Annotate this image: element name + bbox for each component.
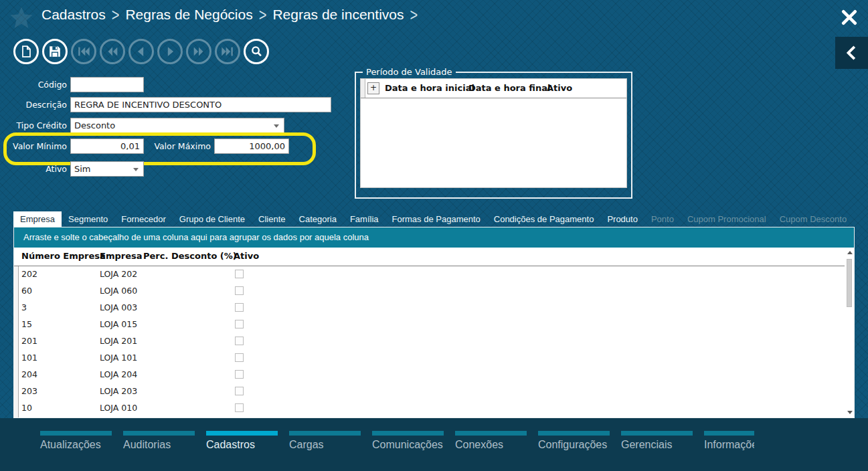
fast-forward-icon xyxy=(191,44,206,59)
table-row[interactable]: 15LOJA 015 xyxy=(14,316,845,333)
tab-bins-de-cartoes: BINs de cartões xyxy=(853,211,855,227)
table-row[interactable]: 60LOJA 060 xyxy=(14,282,845,299)
breadcrumb-item[interactable]: Regras de Negócios xyxy=(125,7,252,23)
column-header-numero-empresa[interactable]: Número Empresa xyxy=(21,251,106,261)
next-record-button[interactable] xyxy=(157,39,183,64)
previous-icon xyxy=(134,44,149,59)
table-row[interactable]: 101LOJA 101 xyxy=(14,349,845,366)
bottom-nav-atualizacoes[interactable]: Atualizações xyxy=(40,431,112,451)
add-period-button[interactable]: + xyxy=(367,82,379,94)
tab-condicoes-de-pagamento[interactable]: Condições de Pagamento xyxy=(487,211,601,227)
nav-item-label: Informações xyxy=(704,439,754,451)
column-header-ativo[interactable]: Ativo xyxy=(234,251,259,261)
ativo-checkbox[interactable] xyxy=(235,353,244,362)
table-row[interactable]: 202LOJA 202 xyxy=(14,266,845,282)
save-floppy-icon xyxy=(48,44,62,59)
column-header-empresa[interactable]: Empresa xyxy=(100,251,142,261)
bottom-nav-cargas[interactable]: Cargas xyxy=(289,431,361,451)
bottom-nav-informacoes[interactable]: Informações xyxy=(704,431,754,451)
ativo-checkbox[interactable] xyxy=(235,270,244,278)
close-button[interactable] xyxy=(836,5,863,29)
tab-grupo-de-cliente[interactable]: Grupo de Cliente xyxy=(173,211,252,227)
ativo-select[interactable]: Sim xyxy=(70,161,144,177)
previous-record-button[interactable] xyxy=(128,39,154,64)
tipo-credito-select[interactable]: Desconto xyxy=(70,118,284,133)
tab-cliente[interactable]: Cliente xyxy=(252,211,292,227)
ativo-checkbox[interactable] xyxy=(235,320,244,328)
descricao-label: Descrição xyxy=(3,97,67,112)
collapse-sidebar-button[interactable] xyxy=(835,37,868,69)
table-row[interactable]: 3LOJA 003 xyxy=(14,299,845,316)
nav-item-label: Cadastros xyxy=(206,439,278,451)
cell-numero-empresa: 15 xyxy=(21,316,32,333)
group-by-band[interactable]: Arraste e solte o cabeçalho de uma colun… xyxy=(14,227,854,248)
tipo-credito-label: Tipo Crédito xyxy=(3,118,67,133)
cell-numero-empresa: 204 xyxy=(21,366,37,383)
new-record-button[interactable] xyxy=(13,39,39,64)
tab-segmento[interactable]: Segmento xyxy=(62,211,114,227)
tab-formas-de-pagamento[interactable]: Formas de Pagamento xyxy=(385,211,487,227)
tab-fornecedor[interactable]: Fornecedor xyxy=(114,211,172,227)
nav-item-label: Configurações xyxy=(538,439,610,451)
scrollbar-thumb[interactable] xyxy=(847,259,852,307)
tab-empresa[interactable]: Empresa xyxy=(13,211,62,227)
save-button[interactable] xyxy=(42,39,68,64)
table-row[interactable]: 201LOJA 201 xyxy=(14,333,845,349)
bottom-nav-comunicacoes[interactable]: Comunicações xyxy=(372,431,444,451)
breadcrumb-separator: > xyxy=(410,5,418,25)
nav-item-label: Auditorias xyxy=(123,439,195,451)
tab-produto[interactable]: Produto xyxy=(600,211,644,227)
column-header[interactable]: Ativo xyxy=(547,83,572,93)
valor-minimo-input[interactable]: 0,01 xyxy=(70,138,144,154)
bottom-nav-auditorias[interactable]: Auditorias xyxy=(123,431,195,451)
column-header-perc-desconto[interactable]: Perc. Desconto (%) xyxy=(143,251,237,261)
tab-cupom-promocional: Cupom Promocional xyxy=(681,211,773,227)
scroll-down-icon[interactable] xyxy=(847,411,853,414)
nav-item-bar xyxy=(40,431,112,436)
bottom-nav-gerenciais[interactable]: Gerenciais xyxy=(621,431,693,451)
bottom-nav-configuracoes[interactable]: Configurações xyxy=(538,431,610,451)
valor-maximo-input[interactable]: 1000,00 xyxy=(214,138,289,154)
record-toolbar xyxy=(13,39,269,64)
bottom-nav-cadastros[interactable]: Cadastros xyxy=(206,431,278,451)
codigo-input[interactable] xyxy=(70,77,144,92)
ativo-checkbox[interactable] xyxy=(235,286,244,295)
ativo-checkbox[interactable] xyxy=(235,337,244,345)
bottom-nav-conexoes[interactable]: Conexões xyxy=(455,431,527,451)
vertical-scrollbar[interactable] xyxy=(847,250,853,415)
ativo-checkbox[interactable] xyxy=(235,303,244,312)
next-fast-button[interactable] xyxy=(186,39,211,64)
favorite-star-icon[interactable] xyxy=(9,5,34,31)
search-icon xyxy=(249,44,264,59)
table-header: Número Empresa Empresa Perc. Desconto (%… xyxy=(14,248,845,266)
descricao-input[interactable]: REGRA DE INCENTIVO DESCONTO xyxy=(70,97,331,112)
table-row[interactable]: 203LOJA 203 xyxy=(14,383,845,399)
cell-numero-empresa: 203 xyxy=(21,383,37,399)
first-record-button[interactable] xyxy=(71,39,96,64)
cell-empresa: LOJA 202 xyxy=(100,266,137,282)
nav-item-bar xyxy=(704,431,754,436)
table-row[interactable]: 10LOJA 010 xyxy=(14,399,845,416)
periodo-grid-header: + Data e hora inicial Data e hora final … xyxy=(361,79,626,98)
scroll-up-icon[interactable] xyxy=(847,251,853,254)
tab-bar: EmpresaSegmentoFornecedorGrupo de Client… xyxy=(13,211,855,227)
cell-numero-empresa: 202 xyxy=(21,266,37,282)
breadcrumb-separator: > xyxy=(259,5,267,25)
column-header[interactable]: Data e hora final xyxy=(468,83,550,93)
nav-item-label: Comunicações xyxy=(372,439,444,451)
ativo-checkbox[interactable] xyxy=(235,370,244,379)
breadcrumb-item[interactable]: Regras de incentivos xyxy=(272,7,404,23)
search-button[interactable] xyxy=(244,39,269,64)
column-header[interactable]: Data e hora inicial xyxy=(385,83,474,93)
cell-empresa: LOJA 010 xyxy=(100,399,137,416)
ativo-checkbox[interactable] xyxy=(235,403,244,412)
tab-categoria[interactable]: Categoria xyxy=(292,211,343,227)
last-record-button[interactable] xyxy=(215,39,240,64)
previous-fast-button[interactable] xyxy=(100,39,125,64)
breadcrumb-item[interactable]: Cadastros xyxy=(41,7,106,23)
table-row[interactable]: 204LOJA 204 xyxy=(14,366,845,383)
close-icon xyxy=(841,9,858,26)
tab-familia[interactable]: Família xyxy=(343,211,385,227)
last-record-icon xyxy=(220,44,235,59)
ativo-checkbox[interactable] xyxy=(235,387,244,395)
